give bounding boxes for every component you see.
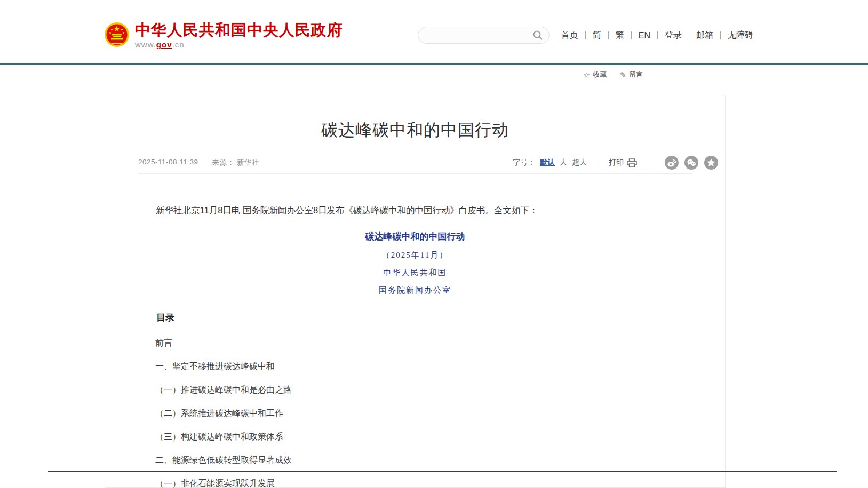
nav-link[interactable]: 简 [593,30,616,41]
site-header: 中华人民共和国中央人民政府 www.gov.cn 首页简繁EN登录邮箱无障碍 [0,0,868,63]
share-qzone-button[interactable] [704,156,718,170]
document-title: 碳达峰碳中和的中国行动 [138,230,692,243]
table-of-contents: 前言一、坚定不移推进碳达峰碳中和（一）推进碳达峰碳中和是必由之路（二）系统推进碳… [138,338,692,488]
comment-button[interactable]: ✎ 留言 [619,70,643,79]
favorite-label: 收藏 [593,70,607,79]
header-divider [0,63,868,65]
article-title: 碳达峰碳中和的中国行动 [138,119,692,141]
source-value[interactable]: 新华社 [237,158,259,166]
qzone-star-icon [704,156,718,170]
toc-item: 一、坚定不移推进碳达峰碳中和 [155,362,692,371]
nav-link[interactable]: 首页 [561,30,593,41]
meta-divider [138,173,692,174]
document-date: （2025年11月） [138,250,692,260]
comment-label: 留言 [629,70,643,79]
printer-icon[interactable] [627,158,637,167]
url-gov: gov [156,40,172,49]
weibo-icon [665,156,679,170]
site-title: 中华人民共和国中央人民政府 [135,21,343,38]
toc-item: （一）推进碳达峰碳中和是必由之路 [155,385,692,394]
article-meta: 2025-11-08 11:39 来源： 新华社 字号： 默认 大 超大 打印 [138,155,692,170]
brand-text: 中华人民共和国中央人民政府 www.gov.cn [135,21,343,49]
article-container: 碳达峰碳中和的中国行动 2025-11-08 11:39 来源： 新华社 字号：… [105,95,726,488]
search-input[interactable] [427,31,532,39]
site-url[interactable]: www.gov.cn [135,40,343,49]
wechat-icon [684,156,698,170]
toc-item: （二）系统推进碳达峰碳中和工作 [155,409,692,418]
page: 中华人民共和国中央人民政府 www.gov.cn 首页简繁EN登录邮箱无障碍 ☆… [0,0,868,488]
url-cn: .cn [172,40,185,49]
search-icon [532,30,543,41]
url-www: www. [135,40,156,49]
site-brand[interactable]: 中华人民共和国中央人民政府 www.gov.cn [104,21,343,49]
page-actions: ☆ 收藏 ✎ 留言 [583,70,643,79]
document-org-line1: 中华人民共和国 [138,268,692,278]
meta-right: 字号： 默认 大 超大 打印 [513,156,718,170]
document-org-line2: 国务院新闻办公室 [138,285,692,295]
divider [598,159,598,167]
lead-paragraph: 新华社北京11月8日电 国务院新闻办公室8日发布《碳达峰碳中和的中国行动》白皮书… [138,204,692,217]
toc-item: 二、能源绿色低碳转型取得显著成效 [155,455,692,465]
font-size-default[interactable]: 默认 [540,158,555,167]
print-button[interactable]: 打印 [609,158,624,167]
divider [648,159,648,167]
pencil-icon: ✎ [619,71,626,79]
publish-date: 2025-11-08 11:39 [138,158,198,167]
share-weibo-button[interactable] [665,156,679,170]
search-box[interactable] [418,27,550,44]
nav-link[interactable]: 登录 [665,30,696,41]
nav-link[interactable]: 无障碍 [728,30,753,41]
top-nav: 首页简繁EN登录邮箱无障碍 [561,30,753,41]
nav-link[interactable]: 邮箱 [696,30,728,41]
toc-item: 前言 [155,338,692,347]
national-emblem-logo [104,21,130,49]
meta-left: 2025-11-08 11:39 来源： 新华社 [138,158,259,167]
source-label: 来源： [212,158,235,166]
toc-item: （一）非化石能源实现跃升发展 [155,479,692,488]
star-icon: ☆ [583,71,590,79]
font-size-xlarge[interactable]: 超大 [572,158,587,167]
favorite-button[interactable]: ☆ 收藏 [583,70,607,79]
toc-heading: 目录 [138,311,692,324]
search-button[interactable] [532,29,544,41]
source-wrap: 来源： 新华社 [212,158,259,167]
toc-item: （三）构建碳达峰碳中和政策体系 [155,432,692,441]
share-wechat-button[interactable] [684,156,698,170]
nav-link[interactable]: EN [639,31,665,41]
viewport-bottom-edge [48,471,837,472]
nav-link[interactable]: 繁 [616,30,639,41]
font-size-label: 字号： [513,158,535,167]
font-size-large[interactable]: 大 [560,158,567,167]
